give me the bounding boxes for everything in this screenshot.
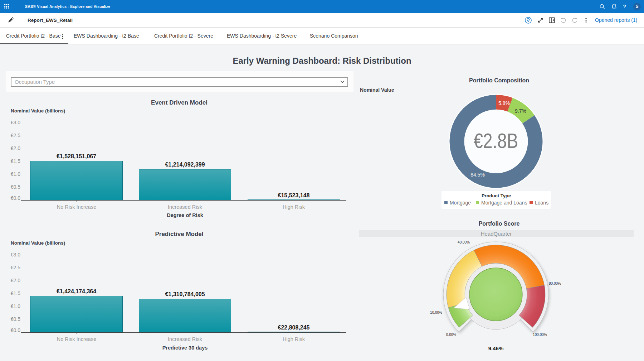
svg-text:€2.8B: €2.8B: [474, 129, 518, 152]
